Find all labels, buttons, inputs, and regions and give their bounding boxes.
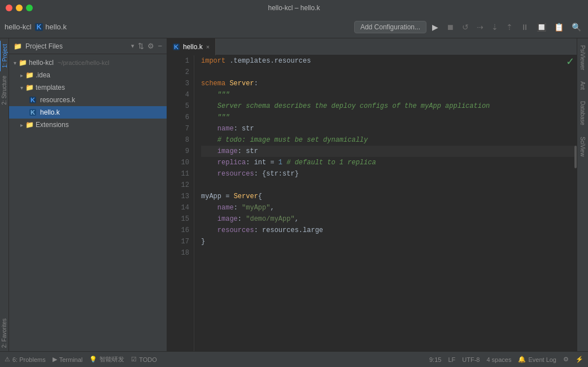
code-line-16: resources: resources.large xyxy=(201,225,577,236)
search-everywhere-icon[interactable]: 🔍 xyxy=(569,21,583,33)
sidebar-item-project[interactable]: 1: Project xyxy=(0,41,9,71)
sidebar-item-structure[interactable]: 2: Structure xyxy=(0,72,8,108)
token-docstring-close: """ xyxy=(201,112,229,123)
code-content[interactable]: import .templates.resources schema Serve… xyxy=(194,55,577,351)
tree-item-extensions[interactable]: ▸ 📁 Extensions xyxy=(9,119,167,131)
project-panel: 📁 Project Files ▾ ⇅ ⚙ − ▾ 📁 hello-kcl ~/… xyxy=(9,38,167,351)
stop-icon[interactable]: ⏹ xyxy=(444,21,456,33)
line-num-11: 11 xyxy=(172,168,189,180)
tree-item-hello-kcl[interactable]: ▾ 📁 hello-kcl ~/practice/hello-kcl xyxy=(9,56,167,69)
token-server: Server xyxy=(229,78,254,89)
tree-item-templates[interactable]: ▾ 📁 templates xyxy=(9,81,167,94)
right-tab-database[interactable]: Database xyxy=(578,97,587,130)
line-num-4: 4 xyxy=(172,89,189,101)
status-terminal[interactable]: ▶ Terminal xyxy=(53,356,83,363)
tree-label-extensions: Extensions xyxy=(36,121,69,129)
sort-icon[interactable]: ⇅ xyxy=(138,42,144,50)
status-encoding[interactable]: UTF-8 xyxy=(462,356,480,363)
close-button[interactable] xyxy=(6,5,12,11)
tree-label-hello-k: hello.k xyxy=(40,108,60,116)
code-line-15: image: "demo/myApp", xyxy=(201,213,577,225)
token-replica: replica xyxy=(217,157,246,168)
editor-area: K hello.k × 1 2 3 4 5 6 7 8 9 10 11 12 1… xyxy=(167,38,577,351)
right-sidebar-tabs: PsiViewer Ant Database SciView xyxy=(577,38,588,351)
tree-label-hello-kcl: hello-kcl xyxy=(29,59,54,67)
rerun-icon[interactable]: ↺ xyxy=(460,21,471,33)
status-event-log[interactable]: 🔔 Event Log xyxy=(518,356,556,363)
maximize-button[interactable] xyxy=(26,5,33,11)
minimize-panel-icon[interactable]: − xyxy=(158,42,162,50)
settings-icon[interactable]: ⚙ xyxy=(147,42,154,50)
token-colon3: : xyxy=(238,146,246,157)
breakpoints-icon[interactable]: 🔲 xyxy=(534,21,548,33)
add-configuration-button[interactable]: Add Configuration... xyxy=(354,21,426,33)
editor-tabs: K hello.k × xyxy=(167,38,577,55)
token-name: name xyxy=(217,123,234,134)
step-into-icon[interactable]: ⇣ xyxy=(489,21,500,33)
code-line-18 xyxy=(201,247,577,259)
status-position[interactable]: 9:15 xyxy=(429,356,441,363)
tree-item-resources-k[interactable]: K resources.k xyxy=(9,94,167,106)
code-line-7: name: str xyxy=(201,123,577,134)
main-layout: 1: Project 2: Structure 2: Favorites 📁 P… xyxy=(0,38,588,351)
coverage-icon[interactable]: 📋 xyxy=(552,21,566,33)
code-line-6: """ xyxy=(201,112,577,123)
event-log-icon: 🔔 xyxy=(518,356,526,363)
step-out-icon[interactable]: ⇡ xyxy=(504,21,515,33)
token-colon: : xyxy=(254,78,258,89)
line-num-3: 3 xyxy=(172,78,189,89)
scrollbar-thumb[interactable] xyxy=(574,146,577,168)
editor-tab-hello-k[interactable]: K hello.k × xyxy=(167,38,216,55)
ai-label: 智能研发 xyxy=(99,355,124,364)
run-icon[interactable]: ▶ xyxy=(430,21,441,33)
idea-folder-icon: 📁 xyxy=(25,71,34,79)
line-num-2: 2 xyxy=(172,67,189,78)
token-type3: : {str:str} xyxy=(254,168,299,180)
toolbar-right: Add Configuration... ▶ ⏹ ↺ ⇢ ⇣ ⇡ ⏸ 🔲 📋 🔍 xyxy=(354,21,583,33)
tree-item-idea[interactable]: ▸ 📁 .idea xyxy=(9,69,167,81)
code-editor[interactable]: 1 2 3 4 5 6 7 8 9 10 11 12 13 14 15 16 1… xyxy=(167,55,577,351)
status-ai[interactable]: 💡 智能研发 xyxy=(89,355,124,364)
step-over-icon[interactable]: ⇢ xyxy=(474,21,486,33)
line-num-7: 7 xyxy=(172,123,189,134)
token-indent10 xyxy=(201,157,217,168)
status-todo[interactable]: ☑ TODO xyxy=(131,356,157,363)
code-line-8: # todo: image must be set dynamically xyxy=(201,134,577,146)
status-line-ending[interactable]: LF xyxy=(448,356,455,363)
right-tab-psiviewer[interactable]: PsiViewer xyxy=(578,41,587,75)
app-name: hello-kcl xyxy=(5,23,32,31)
event-log-label: Event Log xyxy=(528,356,556,363)
statusbar-left: ⚠ 6: Problems ▶ Terminal 💡 智能研发 ☑ TODO xyxy=(5,355,429,364)
status-settings[interactable]: ⚙ xyxy=(563,356,569,363)
project-panel-title: Project Files xyxy=(25,42,128,50)
code-line-14: name: "myApp", xyxy=(201,202,577,213)
pause-icon[interactable]: ⏸ xyxy=(519,21,531,33)
code-line-5: Server schema describes the deploy confi… xyxy=(201,101,577,112)
token-myapp-str: "myApp" xyxy=(242,202,270,213)
left-sidebar-tabs: 1: Project 2: Structure 2: Favorites xyxy=(0,38,9,351)
token-import: import xyxy=(201,55,225,67)
code-line-1: import .templates.resources xyxy=(201,55,577,67)
status-power[interactable]: ⚡ xyxy=(576,356,583,363)
toolbar: hello-kcl K hello.k Add Configuration...… xyxy=(0,16,588,38)
code-line-3: schema Server: xyxy=(201,78,577,89)
project-dropdown-arrow[interactable]: ▾ xyxy=(131,42,134,50)
right-tab-ant[interactable]: Ant xyxy=(578,77,587,94)
status-indent[interactable]: 4 spaces xyxy=(486,356,511,363)
tree-label-resources-k: resources.k xyxy=(40,96,75,104)
code-line-13: myApp = Server{ xyxy=(201,191,577,202)
right-tab-sciview[interactable]: SciView xyxy=(578,132,587,161)
tab-close-button[interactable]: × xyxy=(206,43,210,50)
minimize-button[interactable] xyxy=(16,5,23,11)
line-num-1: 1 xyxy=(172,55,189,67)
status-problems[interactable]: ⚠ 6: Problems xyxy=(5,356,46,363)
extensions-folder-icon: 📁 xyxy=(25,121,34,129)
arrow-expand: ▾ xyxy=(14,60,16,66)
token-colon4: : int = xyxy=(246,157,278,168)
token-image-val: "demo/myApp" xyxy=(246,213,294,225)
token-name-attr xyxy=(201,123,217,134)
sidebar-item-favorites[interactable]: 2: Favorites xyxy=(0,315,8,351)
token-colon6: : xyxy=(238,213,246,225)
tree-item-hello-k[interactable]: K hello.k xyxy=(9,106,167,119)
project-header: 📁 Project Files ▾ ⇅ ⚙ − xyxy=(9,38,167,54)
